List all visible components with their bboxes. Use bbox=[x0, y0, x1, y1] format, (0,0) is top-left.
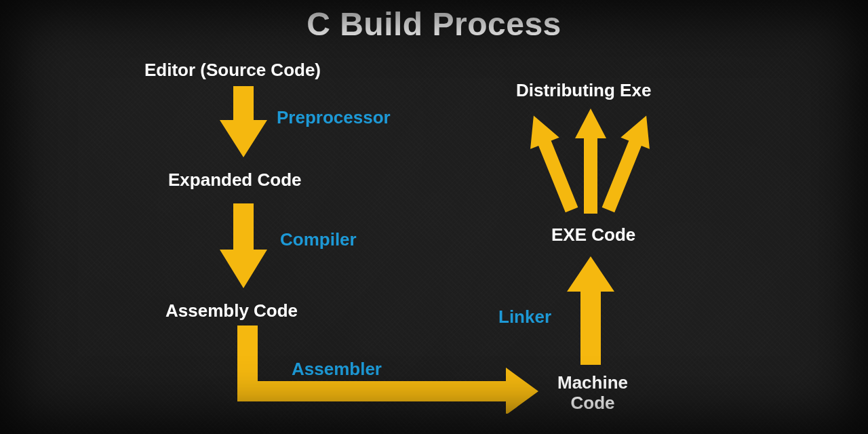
label-compiler: Compiler bbox=[280, 229, 357, 250]
node-assembly: Assembly Code bbox=[165, 300, 298, 321]
node-exe: EXE Code bbox=[551, 224, 635, 245]
node-expanded: Expanded Code bbox=[168, 170, 301, 191]
label-linker: Linker bbox=[498, 307, 551, 328]
label-preprocessor: Preprocessor bbox=[277, 107, 391, 128]
arrow-down-icon bbox=[220, 203, 267, 292]
node-distributing: Distributing Exe bbox=[516, 80, 651, 101]
node-editor: Editor (Source Code) bbox=[144, 60, 321, 81]
diagram-title: C Build Process bbox=[0, 5, 868, 43]
arrow-up-right-icon bbox=[597, 112, 658, 214]
arrow-up-icon bbox=[567, 256, 614, 365]
node-machine: Machine Code bbox=[545, 373, 640, 414]
arrow-down-icon bbox=[220, 86, 267, 161]
arrow-bent-right-icon bbox=[228, 326, 540, 414]
